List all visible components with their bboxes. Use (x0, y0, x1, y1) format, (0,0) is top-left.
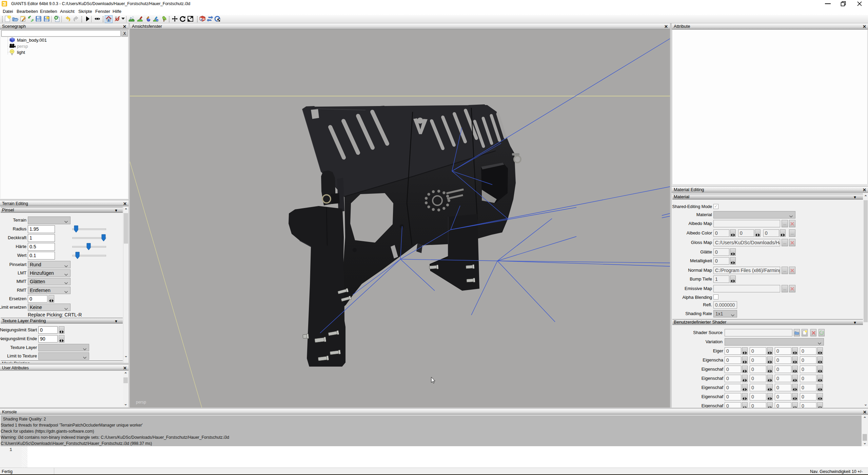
svg-text:A: A (200, 18, 202, 21)
svg-text:B: B (203, 18, 205, 21)
